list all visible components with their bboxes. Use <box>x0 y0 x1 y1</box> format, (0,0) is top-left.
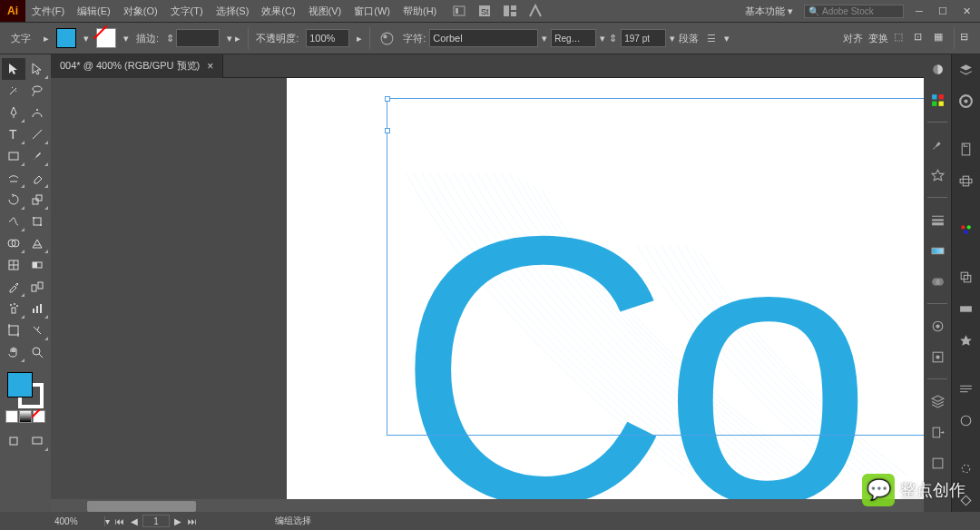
brushes-panel-icon[interactable] <box>928 135 946 153</box>
svg-point-54 <box>936 324 939 328</box>
align-link[interactable]: 对齐 <box>843 32 863 45</box>
char-panel-icon[interactable] <box>957 381 975 397</box>
right-panel-dock-far <box>951 54 980 512</box>
artboard[interactable]: Co <box>287 78 924 512</box>
appearance-panel-icon[interactable] <box>928 317 946 335</box>
svg-point-8 <box>383 34 387 38</box>
color-guide-icon[interactable] <box>957 221 975 237</box>
stock-search-input[interactable]: 🔍 Adobe Stock <box>804 5 904 18</box>
svg-rect-46 <box>938 101 943 105</box>
transparency-panel-icon[interactable] <box>928 272 946 290</box>
menu-type[interactable]: 文字(T) <box>164 0 210 22</box>
font-style-field[interactable] <box>551 29 596 47</box>
menu-edit[interactable]: 编辑(E) <box>71 0 117 22</box>
fill-swatch[interactable] <box>56 28 76 48</box>
maximize-button[interactable]: ☐ <box>935 3 951 19</box>
wechat-icon: 💬 <box>862 474 895 506</box>
recolor-icon[interactable] <box>377 29 396 47</box>
next-artboard-btn[interactable]: ▶ <box>172 515 184 527</box>
svg-point-60 <box>964 99 967 103</box>
color-panel-icon[interactable] <box>928 60 946 78</box>
svg-point-74 <box>962 465 970 473</box>
close-button[interactable]: ✕ <box>958 3 975 19</box>
svg-rect-6 <box>511 12 516 16</box>
direct-selection-tool[interactable] <box>25 58 49 80</box>
stroke-swatch[interactable] <box>96 28 116 48</box>
stock-icon[interactable]: St <box>477 4 492 18</box>
selection-handle[interactable] <box>385 96 390 102</box>
libraries-panel-icon[interactable] <box>957 93 975 109</box>
svg-rect-1 <box>456 8 458 14</box>
selection-tool[interactable] <box>2 58 25 80</box>
symbols-panel-icon[interactable] <box>928 166 946 184</box>
opt-more-icon[interactable]: ⊟ <box>960 31 975 45</box>
selection-handle[interactable] <box>385 128 390 133</box>
active-tool-label: 文字 <box>5 32 36 45</box>
opacity-field[interactable] <box>306 29 349 47</box>
prev-artboard-btn[interactable]: ◀ <box>128 515 141 527</box>
svg-rect-45 <box>932 101 936 105</box>
first-artboard-btn[interactable]: ⏮ <box>113 515 126 527</box>
opt-icon-2[interactable]: ⊡ <box>914 31 928 45</box>
document-tab-bar: 004* @ 400% (RGB/GPU 预览) × <box>51 54 924 78</box>
isolate-icon[interactable]: ⬚ <box>894 31 908 45</box>
svg-rect-43 <box>932 94 936 99</box>
app-logo: Ai <box>0 0 25 22</box>
menu-select[interactable]: 选择(S) <box>210 0 256 22</box>
gpu-icon[interactable] <box>528 4 543 18</box>
paragraph-label[interactable]: 段落 <box>679 32 699 45</box>
svg-rect-0 <box>454 6 465 15</box>
font-size-field[interactable] <box>621 29 666 47</box>
para-panel-icon[interactable] <box>957 413 975 428</box>
graphic-styles-panel-icon[interactable] <box>928 348 946 366</box>
menu-bar: Ai 文件(F) 编辑(E) 对象(O) 文字(T) 选择(S) 效果(C) 视… <box>0 0 980 22</box>
svg-rect-62 <box>960 179 972 182</box>
transform-link[interactable]: 变换 <box>868 32 888 45</box>
arrange-icon[interactable] <box>503 4 517 18</box>
doc-info-icon[interactable] <box>957 142 975 157</box>
svg-text:St: St <box>481 7 489 16</box>
gradient-panel-icon[interactable] <box>928 241 946 260</box>
asset-export-panel-icon[interactable] <box>928 423 946 441</box>
swatches-panel-icon[interactable] <box>928 91 946 109</box>
pathfinder-icon[interactable] <box>957 270 975 285</box>
links-panel-icon[interactable] <box>957 333 975 348</box>
document-tab[interactable]: 004* @ 400% (RGB/GPU 预览) × <box>51 54 223 78</box>
scrollbar-thumb[interactable] <box>87 501 196 512</box>
layers-panel-icon[interactable] <box>928 392 946 410</box>
bridge-icon[interactable] <box>452 4 466 18</box>
svg-rect-44 <box>938 94 943 99</box>
horizontal-scrollbar[interactable] <box>51 499 924 512</box>
menu-window[interactable]: 窗口(W) <box>348 0 397 22</box>
properties-panel-icon[interactable] <box>957 62 975 77</box>
opt-icon-3[interactable]: ▦ <box>934 31 948 45</box>
opacity-label: 不透明度: <box>256 32 299 45</box>
menu-object[interactable]: 对象(O) <box>117 0 164 22</box>
stroke-weight-field[interactable]: ⇕ <box>166 29 220 47</box>
artboard-num[interactable]: 1 <box>142 515 170 527</box>
menu-file[interactable]: 文件(F) <box>25 0 71 22</box>
zoom-field[interactable]: 400% <box>51 516 105 526</box>
last-artboard-btn[interactable]: ⏭ <box>186 515 199 527</box>
menu-view[interactable]: 视图(V) <box>302 0 348 22</box>
svg-point-73 <box>961 416 971 426</box>
align-panel-icon[interactable] <box>957 173 975 189</box>
menu-help[interactable]: 帮助(H) <box>397 0 443 22</box>
minimize-button[interactable]: ─ <box>911 3 927 19</box>
svg-point-52 <box>936 278 944 286</box>
menu-effect[interactable]: 效果(C) <box>255 0 301 22</box>
canvas[interactable]: Co <box>51 78 924 512</box>
tab-close-button[interactable]: × <box>207 60 213 73</box>
stroke-panel-icon[interactable] <box>928 211 946 229</box>
artboards-panel-icon[interactable] <box>928 454 946 472</box>
stroke-label: 描边: <box>136 32 159 45</box>
svg-rect-61 <box>962 143 970 155</box>
svg-rect-50 <box>932 248 944 253</box>
paragraph-icon[interactable]: ☰ <box>702 29 720 47</box>
svg-rect-4 <box>504 5 509 16</box>
transform-panel-icon[interactable] <box>957 301 975 317</box>
watermark: 💬 整点创作 <box>862 474 965 506</box>
character-label: 字符: <box>403 32 426 45</box>
workspace-switcher[interactable]: 基本功能 ▾ <box>741 5 797 18</box>
font-family-field[interactable] <box>429 29 538 47</box>
